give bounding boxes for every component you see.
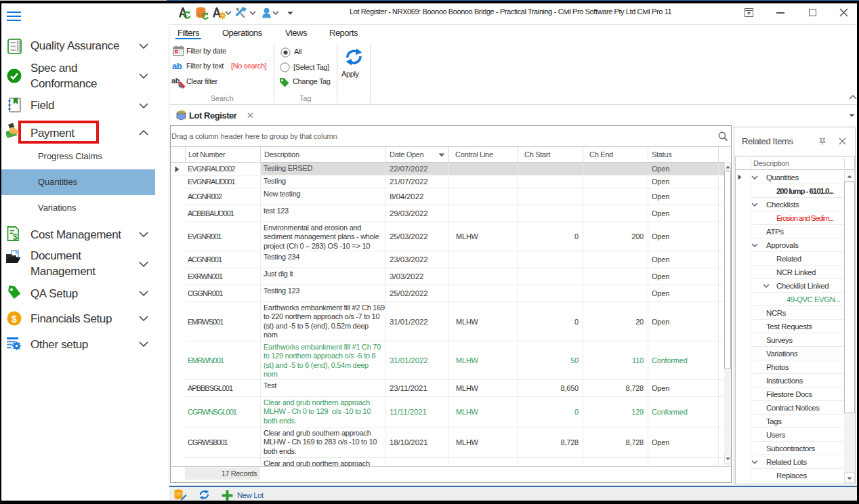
svg-text:$: $ [13, 232, 18, 242]
svg-text:$: $ [12, 314, 17, 324]
